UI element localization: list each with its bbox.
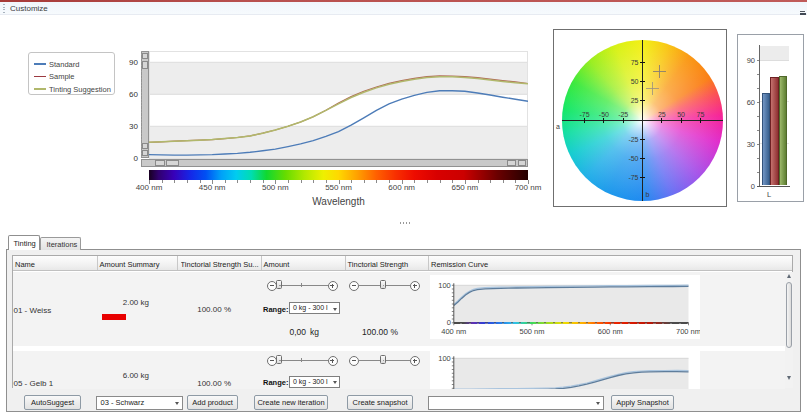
svg-text:100: 100 xyxy=(438,281,451,290)
svg-text:400 nm: 400 nm xyxy=(441,327,466,336)
svg-text:500 nm: 500 nm xyxy=(519,327,544,336)
svg-text:0: 0 xyxy=(447,318,451,327)
svg-text:600 nm: 600 nm xyxy=(598,327,623,336)
svg-text:700 nm: 700 nm xyxy=(676,327,700,336)
svg-text:100: 100 xyxy=(438,354,451,363)
